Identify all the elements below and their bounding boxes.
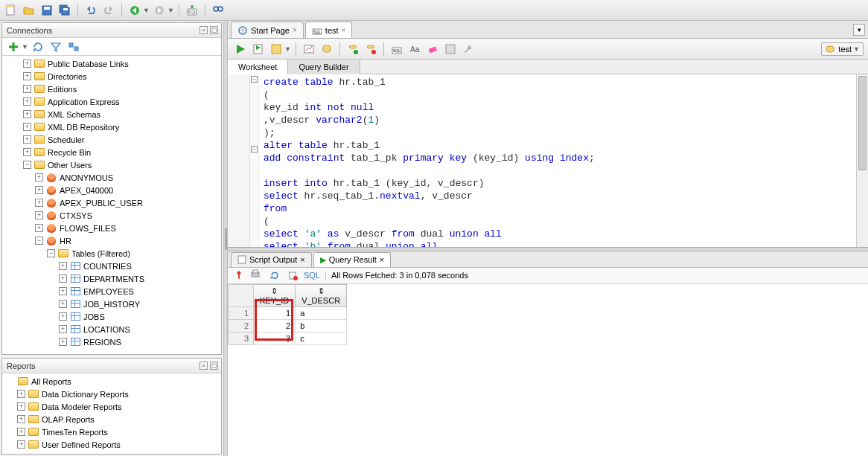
find-icon[interactable] bbox=[210, 2, 226, 19]
tree-node[interactable]: +JOB_HISTORY bbox=[2, 298, 221, 310]
tree-node[interactable]: +User Defined Reports bbox=[2, 438, 221, 451]
tree-node[interactable]: +APEX_040000 bbox=[2, 184, 221, 196]
redo-icon[interactable] bbox=[100, 2, 117, 19]
autotrace-icon[interactable] bbox=[301, 41, 317, 57]
connections-label: Connections bbox=[7, 26, 52, 35]
tree-node[interactable]: +Public Database Links bbox=[2, 57, 221, 70]
tree-node[interactable]: +COUNTRIES bbox=[2, 260, 221, 272]
print-icon[interactable] bbox=[250, 269, 264, 282]
editor-tab[interactable]: ?Start Page× bbox=[231, 22, 304, 38]
result-grid[interactable]: ⇕ KEY_ID⇕ V_DESCR11a22b33c bbox=[228, 284, 868, 457]
svg-rect-21 bbox=[272, 45, 281, 54]
tree-node[interactable]: +XML DB Repository bbox=[2, 121, 221, 133]
tree-node[interactable]: +Scheduler bbox=[2, 133, 221, 146]
pin-icon[interactable] bbox=[232, 269, 246, 282]
close-icon[interactable]: × bbox=[293, 26, 297, 34]
connection-selector[interactable]: test ▼ bbox=[821, 42, 864, 56]
save-all-icon[interactable] bbox=[57, 2, 73, 19]
tree-node[interactable]: −Other Users bbox=[2, 158, 221, 171]
close-icon[interactable]: × bbox=[380, 255, 384, 264]
nav-back-icon[interactable] bbox=[127, 2, 143, 19]
tree-node[interactable]: +CTXSYS bbox=[2, 209, 221, 222]
new-file-icon[interactable] bbox=[3, 2, 19, 19]
clear-icon[interactable] bbox=[424, 41, 441, 57]
tree-node[interactable]: +XML Schemas bbox=[2, 108, 221, 121]
editor-tab[interactable]: SQLtest× bbox=[305, 22, 353, 38]
add-connection-icon[interactable] bbox=[5, 39, 22, 55]
cancel-icon[interactable] bbox=[363, 41, 379, 57]
filter-icon[interactable] bbox=[48, 39, 64, 55]
tree-node[interactable]: +APEX_PUBLIC_USER bbox=[2, 196, 221, 209]
tree-node[interactable]: +LOCATIONS bbox=[2, 323, 221, 335]
close-icon[interactable]: × bbox=[342, 26, 346, 34]
tree-node[interactable]: +TimesTen Reports bbox=[2, 426, 221, 438]
tree-node[interactable]: −Tables (Filtered) bbox=[2, 247, 221, 260]
restore-icon[interactable]: ▢ bbox=[210, 26, 218, 34]
column-header[interactable]: ⇕ KEY_ID bbox=[254, 284, 296, 306]
tns-icon[interactable] bbox=[66, 39, 82, 55]
code-editor[interactable]: −− create table hr.tab_1 ( key_id int no… bbox=[228, 74, 868, 247]
save-icon[interactable] bbox=[39, 2, 55, 19]
explain-icon[interactable] bbox=[268, 41, 284, 57]
run-script-icon[interactable] bbox=[250, 41, 267, 57]
svg-rect-1 bbox=[7, 5, 14, 7]
sql-icon[interactable]: SQL bbox=[184, 2, 200, 19]
dropdown-icon[interactable]: ▼ bbox=[22, 43, 28, 51]
tree-node[interactable]: +Data Modeler Reports bbox=[2, 400, 221, 413]
svg-text:SQL: SQL bbox=[393, 48, 401, 53]
tree-node[interactable]: +Editions bbox=[2, 83, 221, 95]
tree-node[interactable]: All Reports bbox=[2, 375, 221, 388]
column-header[interactable]: ⇕ V_DESCR bbox=[296, 284, 347, 306]
tree-node[interactable]: +REGIONS bbox=[2, 335, 221, 348]
svg-point-25 bbox=[354, 50, 358, 54]
tree-node[interactable]: +DEPARTMENTS bbox=[2, 272, 221, 285]
tree-node[interactable]: +Data Dictionary Reports bbox=[2, 388, 221, 400]
nav-fwd-icon[interactable] bbox=[151, 2, 167, 19]
tree-node[interactable]: −HR bbox=[2, 234, 221, 247]
restore-icon[interactable]: ▢ bbox=[210, 362, 218, 370]
main-toolbar: ▼ ▼ SQL bbox=[0, 0, 868, 21]
dropdown-icon[interactable]: ▼ bbox=[284, 45, 291, 53]
tree-node[interactable]: +EMPLOYEES bbox=[2, 285, 221, 298]
refresh-icon[interactable] bbox=[30, 39, 46, 55]
delete-result-icon[interactable] bbox=[286, 269, 299, 282]
tab-list-dropdown-icon[interactable]: ▾ bbox=[853, 24, 865, 36]
svg-rect-20 bbox=[254, 45, 262, 54]
worksheet-tab[interactable]: Worksheet bbox=[228, 60, 288, 74]
commit-icon[interactable] bbox=[319, 41, 335, 57]
scrollbar[interactable] bbox=[856, 74, 868, 247]
svg-rect-3 bbox=[44, 7, 50, 10]
open-file-icon[interactable] bbox=[21, 2, 37, 19]
tree-node[interactable]: +OLAP Reports bbox=[2, 413, 221, 426]
wrench-icon[interactable] bbox=[460, 41, 476, 57]
reports-tree[interactable]: All Reports+Data Dictionary Reports+Data… bbox=[2, 373, 221, 454]
tree-node[interactable]: +JOBS bbox=[2, 310, 221, 323]
worksheet-tab[interactable]: Query Builder bbox=[288, 60, 360, 74]
undo-icon[interactable] bbox=[83, 2, 99, 19]
minimize-icon[interactable]: × bbox=[200, 26, 208, 34]
rollback-icon[interactable] bbox=[345, 41, 361, 57]
dropdown-icon[interactable]: ▼ bbox=[167, 7, 174, 14]
svg-point-24 bbox=[349, 45, 357, 48]
sql-history-icon[interactable]: SQL bbox=[389, 41, 405, 57]
svg-text:SQL: SQL bbox=[313, 30, 321, 34]
tree-node[interactable]: +Application Express bbox=[2, 95, 221, 108]
case-icon[interactable]: Aa bbox=[406, 41, 423, 57]
minimize-icon[interactable]: × bbox=[200, 362, 208, 370]
connections-tree[interactable]: +Public Database Links+Directories+Editi… bbox=[2, 56, 221, 354]
settings-icon[interactable] bbox=[442, 41, 459, 57]
sql-link[interactable]: SQL bbox=[304, 271, 320, 280]
result-tab[interactable]: Script Output× bbox=[231, 252, 312, 267]
tree-node[interactable]: +FLOWS_FILES bbox=[2, 222, 221, 234]
refresh-result-icon[interactable] bbox=[268, 269, 281, 282]
svg-point-12 bbox=[214, 7, 218, 11]
close-icon[interactable]: × bbox=[300, 255, 304, 264]
tree-node[interactable]: +ANONYMOUS bbox=[2, 171, 221, 184]
result-toolbar: SQL | All Rows Fetched: 3 in 0,078 secon… bbox=[228, 268, 868, 284]
run-icon[interactable] bbox=[232, 41, 249, 57]
dropdown-icon[interactable]: ▼ bbox=[143, 7, 150, 14]
reports-label: Reports bbox=[7, 362, 36, 370]
tree-node[interactable]: +Directories bbox=[2, 70, 221, 83]
tree-node[interactable]: +Recycle Bin bbox=[2, 146, 221, 158]
result-tab[interactable]: ▶Query Result× bbox=[313, 252, 392, 267]
